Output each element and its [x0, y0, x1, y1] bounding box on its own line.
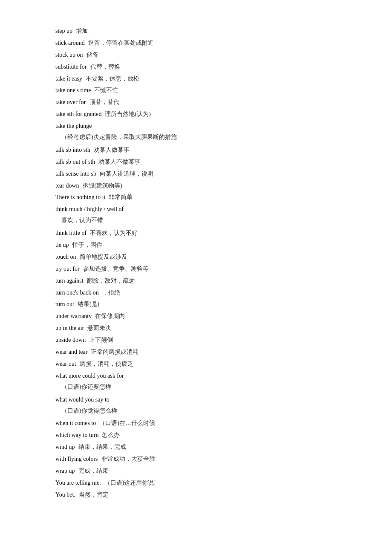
phrase-zh: （口语)你觉得怎么样	[55, 405, 337, 416]
phrase-zh: 参加选拔、竞争、测验等	[83, 266, 149, 272]
phrase-en: talk sb out of sth	[55, 159, 95, 165]
phrase-zh: 怎么办	[102, 432, 120, 438]
phrase-zh: 劝某人不做某事	[98, 159, 140, 165]
phrase-list: step up增加stick around逗留，停留在某处或附近stock up…	[55, 26, 337, 500]
phrase-en: stock up on	[55, 52, 83, 58]
phrase-en: turn out	[55, 301, 74, 307]
list-item: substitute for代替，替换	[55, 61, 337, 72]
phrase-zh: 向某人讲道理，说明	[100, 171, 153, 177]
phrase-en: wear out	[55, 361, 76, 367]
phrase-zh: 简单地提及或涉及	[80, 254, 127, 260]
list-item: talk sb out of sth劝某人不做某事	[55, 156, 337, 168]
phrase-en: wind up	[55, 444, 75, 450]
phrase-en: talk sense into sb	[55, 171, 96, 177]
phrase-zh: ．拒绝	[102, 289, 120, 296]
phrase-en: take the plunge	[55, 123, 92, 129]
phrase-en: tie up	[55, 242, 69, 248]
list-item: take it easy不要紧，休息，放松	[55, 73, 337, 84]
phrase-en: wear and tear	[55, 349, 87, 355]
phrase-en: with flying colors	[55, 456, 98, 462]
list-item: under warranty在保修期内	[55, 311, 337, 322]
list-item: step up增加	[55, 26, 337, 37]
phrase-zh: 结束，结果，完成	[78, 444, 126, 450]
list-item: turn against翻脸，敌对，疏远	[55, 275, 337, 286]
list-item: take sth for granted理所当然地(认为)	[55, 109, 337, 120]
list-item: take one's time不慌不忙	[55, 85, 337, 96]
phrase-en: what would you say to	[55, 396, 110, 403]
phrase-en: take over for	[55, 99, 86, 105]
list-item: take over for顶替，替代	[55, 97, 337, 108]
phrase-en: upside down	[55, 337, 86, 343]
phrase-en: wrap up	[55, 468, 75, 474]
phrase-zh: （口语)你还要怎样	[55, 382, 337, 393]
list-item: tie up忙于，困住	[55, 240, 337, 251]
phrase-en: You are telling me.	[55, 480, 101, 486]
phrase-zh: 上下颠倒	[89, 337, 113, 343]
phrase-en: There is nothing to it	[55, 194, 105, 200]
phrase-zh: 悬而未决	[87, 325, 111, 331]
phrase-en: take sth for granted	[55, 111, 101, 117]
list-item: think little of不喜欢，认为不好	[55, 228, 337, 239]
list-item: There is nothing to it非常简单	[55, 192, 337, 203]
phrase-en: under warranty	[55, 313, 92, 319]
phrase-zh: 拆毁(建筑物等)	[83, 182, 122, 189]
phrase-en: talk sb into sth	[55, 147, 90, 153]
phrase-zh: 逗留，停留在某处或附近	[88, 40, 154, 46]
list-item: stock up on储备	[55, 49, 337, 61]
phrase-zh: 翻脸，敌对，疏远	[87, 278, 135, 284]
list-item: what would you say to （口语)你觉得怎么样	[55, 394, 337, 416]
phrase-zh: （经考虑后)决定冒险，采取大胆果断的措施	[55, 132, 337, 143]
phrase-en: turn one's back on	[55, 289, 99, 296]
list-item: wind up结束，结果，完成	[55, 442, 337, 453]
phrase-zh: 代替，替换	[90, 64, 120, 70]
list-item: when it comes to（口语)在…什么时候	[55, 418, 337, 429]
phrase-zh: 在保修期内	[95, 313, 125, 319]
phrase-zh: 储备	[86, 52, 98, 58]
phrase-zh: 磨损，消耗，使疲乏	[80, 361, 133, 367]
list-item: You bet.当然，肯定	[55, 489, 337, 500]
list-item: talk sb into sth劝某人做某事	[55, 145, 337, 156]
list-item: You are telling me.（口语)这还用你说!	[55, 477, 337, 489]
list-item: talk sense into sb向某人讲道理，说明	[55, 168, 337, 179]
list-item: turn out结果(是)	[55, 299, 337, 310]
list-item: take the plunge （经考虑后)决定冒险，采取大胆果断的措施	[55, 121, 337, 143]
phrase-zh: 顶替，替代	[89, 99, 119, 105]
list-item: wear and tear正常的磨损或消耗	[55, 347, 337, 358]
list-item: wear out磨损，消耗，使疲乏	[55, 358, 337, 370]
phrase-en: You bet.	[55, 491, 75, 498]
list-item: wrap up完成，结束	[55, 465, 337, 477]
phrase-en: up in the air	[55, 325, 84, 331]
phrase-en: take one's time	[55, 87, 91, 93]
phrase-zh: 完成，结束	[78, 468, 108, 474]
phrase-en: turn against	[55, 278, 84, 284]
phrase-en: think much / highly / well of	[55, 206, 124, 212]
phrase-zh: 理所当然地(认为)	[105, 111, 150, 117]
phrase-en: tear down	[55, 182, 79, 189]
list-item: tear down拆毁(建筑物等)	[55, 180, 337, 191]
phrase-en: substitute for	[55, 64, 87, 70]
list-item: upside down上下颠倒	[55, 335, 337, 346]
phrase-zh: （口语)这还用你说!	[104, 480, 156, 486]
list-item: stick around逗留，停留在某处或附近	[55, 38, 337, 49]
list-item: try out for参加选拔、竞争、测验等	[55, 263, 337, 275]
list-item: touch on简单地提及或涉及	[55, 251, 337, 263]
phrase-zh: （口语)在…什么时候	[99, 420, 155, 426]
phrase-zh: 喜欢，认为不错	[55, 215, 337, 226]
list-item: think much / highly / well of 喜欢，认为不错	[55, 204, 337, 226]
list-item: which way to turn怎么办	[55, 430, 337, 441]
phrase-zh: 非常简单	[109, 194, 133, 200]
phrase-en: step up	[55, 28, 72, 34]
phrase-en: try out for	[55, 266, 80, 272]
phrase-zh: 不慌不忙	[94, 87, 118, 93]
phrase-zh: 不要紧，休息，放松	[86, 75, 139, 82]
phrase-zh: 结果(是)	[78, 301, 99, 307]
list-item: with flying colors非常成功，大获全胜	[55, 454, 337, 465]
phrase-zh: 增加	[76, 28, 88, 34]
phrase-en: when it comes to	[55, 420, 96, 426]
phrase-en: take it easy	[55, 75, 82, 82]
phrase-en: touch on	[55, 254, 76, 260]
phrase-en: stick around	[55, 40, 85, 46]
phrase-zh: 不喜欢，认为不好	[90, 230, 138, 236]
list-item: up in the air悬而未决	[55, 323, 337, 334]
phrase-zh: 忙于，困住	[72, 242, 102, 248]
